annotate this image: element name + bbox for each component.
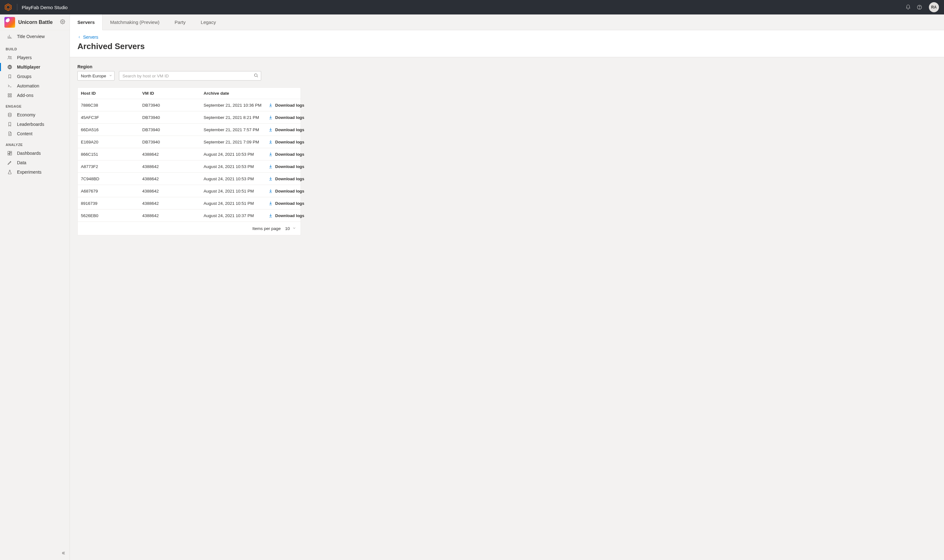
search-input[interactable] <box>122 74 254 78</box>
download-logs-button[interactable]: Download logs <box>266 115 304 120</box>
search-icon[interactable] <box>254 73 258 79</box>
svg-point-3 <box>919 8 919 9</box>
cell-host: 45AFC3F <box>81 115 142 120</box>
nav-economy[interactable]: Economy <box>0 110 69 120</box>
pager-value[interactable]: 10 <box>285 226 290 231</box>
content: Region North Europe Host ID VM ID Archiv… <box>70 57 944 248</box>
nav-label: Players <box>17 55 32 60</box>
nav-label: Experiments <box>17 169 42 175</box>
region-select[interactable]: North Europe <box>77 71 114 80</box>
nav-data[interactable]: Data <box>0 158 69 168</box>
tab-party[interactable]: Party <box>167 14 193 30</box>
archived-servers-table: Host ID VM ID Archive date 7886C38DB7394… <box>77 88 301 235</box>
nav-multiplayer[interactable]: Multiplayer <box>0 62 69 72</box>
chart-icon <box>7 34 12 39</box>
cell-date: September 21, 2021 7:57 PM <box>203 128 266 132</box>
download-logs-button[interactable]: Download logs <box>266 103 304 108</box>
nav-content[interactable]: Content <box>0 129 69 138</box>
cell-host: E169A20 <box>81 140 142 145</box>
cell-date: September 21, 2021 8:21 PM <box>203 115 266 120</box>
table-row: A8773F24388642August 24, 2021 10:53 PMDo… <box>78 160 300 173</box>
svg-point-4 <box>62 21 63 22</box>
breadcrumb-back[interactable]: Servers <box>77 35 936 40</box>
nav-addons[interactable]: Add-ons <box>0 91 69 100</box>
cell-host: 5626EB0 <box>81 213 142 218</box>
table-row: 7C948BD4388642August 24, 2021 10:53 PMDo… <box>78 173 300 185</box>
col-vm[interactable]: VM ID <box>142 91 203 95</box>
nav-label: Groups <box>17 74 31 79</box>
svg-rect-16 <box>8 154 9 155</box>
svg-point-6 <box>11 56 11 57</box>
page-header: Servers Archived Servers <box>70 30 944 57</box>
download-logs-button[interactable]: Download logs <box>266 189 304 194</box>
download-icon <box>268 140 273 144</box>
tab-servers[interactable]: Servers <box>70 14 103 30</box>
table-header: Host ID VM ID Archive date <box>78 88 300 99</box>
download-logs-button[interactable]: Download logs <box>266 164 304 169</box>
download-logs-button[interactable]: Download logs <box>266 177 304 181</box>
nav-experiments[interactable]: Experiments <box>0 168 69 177</box>
playfab-logo-icon[interactable] <box>4 3 12 12</box>
download-label: Download logs <box>275 177 304 181</box>
chevron-down-icon[interactable] <box>292 226 296 231</box>
nav-automation[interactable]: Automation <box>0 81 69 91</box>
gear-icon[interactable] <box>60 19 65 26</box>
download-logs-button[interactable]: Download logs <box>266 128 304 132</box>
svg-rect-11 <box>10 95 11 97</box>
notifications-icon[interactable] <box>902 2 914 13</box>
nav-players[interactable]: Players <box>0 53 69 62</box>
download-logs-button[interactable]: Download logs <box>266 201 304 206</box>
download-logs-button[interactable]: Download logs <box>266 213 304 218</box>
game-title-art <box>5 17 15 28</box>
nav-groups[interactable]: Groups <box>0 72 69 81</box>
svg-rect-8 <box>8 94 9 95</box>
help-icon[interactable] <box>914 2 925 13</box>
main: Servers Matchmaking (Preview) Party Lega… <box>70 14 944 560</box>
cell-date: August 24, 2021 10:53 PM <box>203 152 266 157</box>
table-row: 7886C38DB73940September 21, 2021 10:36 P… <box>78 99 300 111</box>
download-icon <box>268 115 273 120</box>
cell-date: August 24, 2021 10:51 PM <box>203 201 266 206</box>
download-label: Download logs <box>275 164 304 169</box>
flask-icon <box>7 169 12 175</box>
col-date[interactable]: Archive date <box>203 91 266 95</box>
tab-label: Legacy <box>201 20 216 25</box>
pager-label: Items per page <box>253 226 281 231</box>
cell-vm: DB73940 <box>142 140 203 145</box>
download-logs-button[interactable]: Download logs <box>266 140 304 145</box>
globe-icon <box>7 65 12 69</box>
nav-label: Multiplayer <box>17 65 40 69</box>
nav-label: Content <box>17 131 32 136</box>
download-label: Download logs <box>275 189 304 194</box>
col-host[interactable]: Host ID <box>81 91 142 95</box>
tab-legacy[interactable]: Legacy <box>193 14 223 30</box>
studio-name[interactable]: PlayFab Demo Studio <box>22 5 68 10</box>
search-field[interactable] <box>119 71 261 80</box>
svg-point-5 <box>8 56 9 57</box>
tab-label: Party <box>175 20 186 25</box>
cell-vm: 4388642 <box>142 189 203 194</box>
cell-date: August 24, 2021 10:53 PM <box>203 177 266 181</box>
cell-vm: DB73940 <box>142 103 203 108</box>
tab-matchmaking[interactable]: Matchmaking (Preview) <box>103 14 167 30</box>
nav-dashboards[interactable]: Dashboards <box>0 149 69 158</box>
avatar[interactable]: RA <box>929 2 939 12</box>
cell-vm: 4388642 <box>142 201 203 206</box>
game-title-row[interactable]: Unicorn Battle <box>0 14 69 30</box>
game-title-name: Unicorn Battle <box>18 20 57 25</box>
cell-vm: 4388642 <box>142 213 203 218</box>
download-label: Download logs <box>275 103 304 108</box>
cell-date: August 24, 2021 10:51 PM <box>203 189 266 194</box>
download-logs-button[interactable]: Download logs <box>266 152 304 157</box>
nav-label: Dashboards <box>17 151 41 156</box>
nav-leaderboards[interactable]: Leaderboards <box>0 120 69 129</box>
bookmark-outline-icon <box>7 122 12 127</box>
download-icon <box>268 201 273 205</box>
cell-host: 7886C38 <box>81 103 142 108</box>
cell-host: 8916739 <box>81 201 142 206</box>
collapse-sidebar-icon[interactable] <box>61 551 66 557</box>
table-row: A6876794388642August 24, 2021 10:51 PMDo… <box>78 185 300 197</box>
cell-host: A8773F2 <box>81 164 142 169</box>
download-icon <box>268 164 273 169</box>
nav-title-overview[interactable]: Title Overview <box>0 30 69 43</box>
